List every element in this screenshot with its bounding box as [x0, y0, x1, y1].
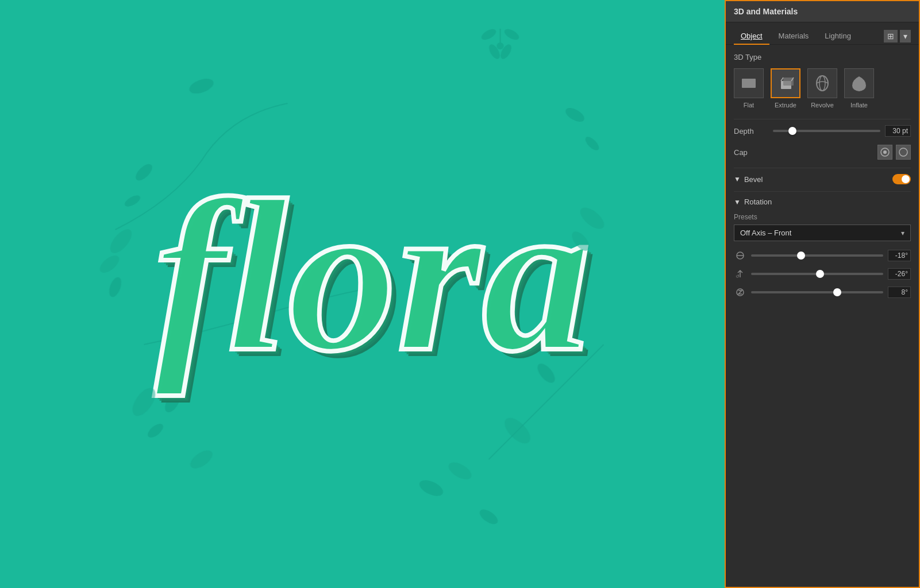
rotation-slider-y: ↺ -26°	[734, 268, 911, 280]
tab-object[interactable]: Object	[734, 28, 769, 45]
svg-point-37	[817, 76, 828, 91]
tab-materials[interactable]: Materials	[772, 28, 816, 45]
panel-expand-button[interactable]: ▾	[900, 30, 911, 42]
depth-control: Depth 30 pt	[734, 125, 911, 137]
bevel-section-header[interactable]: ▼ Bevel	[734, 174, 911, 184]
presets-dropdown[interactable]: Off Axis – Front ▾	[734, 225, 911, 241]
tab-icon-area: ⊞ ▾	[884, 30, 911, 42]
canvas: flora flora flora flora flora flora	[0, 0, 725, 588]
svg-point-38	[819, 76, 825, 91]
panel-title: 3D and Materials	[726, 1, 919, 22]
cap-label: Cap	[734, 148, 768, 157]
depth-slider-track[interactable]	[773, 130, 880, 132]
depth-slider-thumb[interactable]	[788, 127, 796, 135]
x-slider-track[interactable]	[751, 254, 883, 257]
cap-buttons	[877, 145, 911, 160]
z-rotation-value[interactable]: 8°	[888, 287, 911, 298]
panel-title-text: 3D and Materials	[734, 7, 798, 16]
type-revolve-icon	[807, 68, 837, 98]
svg-text:flora: flora	[155, 154, 591, 397]
depth-label: Depth	[734, 127, 768, 136]
svg-point-40	[883, 150, 887, 154]
x-slider-thumb[interactable]	[797, 252, 805, 260]
y-axis-icon: ↺	[734, 268, 746, 280]
type-inflate-icon	[844, 68, 874, 98]
presets-label: Presets	[734, 213, 911, 221]
type-inflate-label: Inflate	[850, 102, 868, 109]
rotation-section: ▼ Rotation Presets Off Axis – Front ▾	[734, 198, 911, 299]
cap-button-on[interactable]	[877, 145, 892, 160]
rotation-section-header[interactable]: ▼ Rotation	[734, 198, 911, 206]
type-flat-label: Flat	[744, 102, 754, 109]
z-slider-track[interactable]	[751, 291, 883, 293]
panel-3d-materials: 3D and Materials Object Materials Lighti…	[725, 0, 920, 588]
z-slider-thumb[interactable]	[833, 288, 841, 296]
panel-body: 3D Type Flat	[726, 45, 919, 587]
svg-point-41	[899, 148, 907, 156]
type-inflate[interactable]: Inflate	[844, 68, 874, 109]
svg-rect-34	[783, 78, 794, 86]
type-extrude[interactable]: Extrude	[771, 68, 800, 109]
tab-lighting[interactable]: Lighting	[818, 28, 858, 45]
cap-control: Cap	[734, 145, 911, 160]
type-extrude-label: Extrude	[775, 102, 796, 109]
bevel-toggle-knob	[902, 175, 910, 183]
bevel-label: Bevel	[744, 175, 763, 184]
type-flat-icon	[734, 68, 764, 98]
divider-2	[734, 168, 911, 168]
rotation-label: Rotation	[744, 198, 772, 206]
y-slider-thumb[interactable]	[816, 270, 824, 278]
rotation-chevron: ▼	[734, 198, 741, 206]
panel-tabs: Object Materials Lighting ⊞ ▾	[726, 22, 919, 45]
rotation-slider-x: -18°	[734, 249, 911, 262]
svg-text:↺: ↺	[736, 274, 740, 279]
x-axis-icon	[734, 249, 746, 262]
bevel-chevron: ▼	[734, 175, 741, 183]
type-revolve-label: Revolve	[811, 102, 834, 109]
y-rotation-value[interactable]: -26°	[888, 268, 911, 280]
depth-value[interactable]: 30 pt	[885, 125, 911, 137]
preset-value: Off Axis – Front	[740, 229, 901, 237]
svg-rect-32	[742, 79, 756, 88]
cap-button-off[interactable]	[896, 145, 911, 160]
svg-line-35	[781, 78, 783, 81]
x-rotation-value[interactable]: -18°	[888, 250, 911, 261]
type-flat[interactable]: Flat	[734, 68, 764, 109]
type-extrude-icon	[771, 68, 800, 98]
type-revolve[interactable]: Revolve	[807, 68, 837, 109]
panel-menu-button[interactable]: ⊞	[884, 30, 898, 42]
rotation-slider-z: 8°	[734, 286, 911, 299]
divider-3	[734, 191, 911, 192]
divider-1	[734, 119, 911, 119]
3d-type-icons: Flat Extrude	[734, 68, 911, 109]
z-axis-icon	[734, 286, 746, 299]
bevel-toggle[interactable]	[892, 174, 911, 184]
y-slider-track[interactable]	[751, 273, 883, 275]
3d-type-label: 3D Type	[734, 53, 911, 61]
dropdown-arrow-icon: ▾	[901, 229, 904, 237]
